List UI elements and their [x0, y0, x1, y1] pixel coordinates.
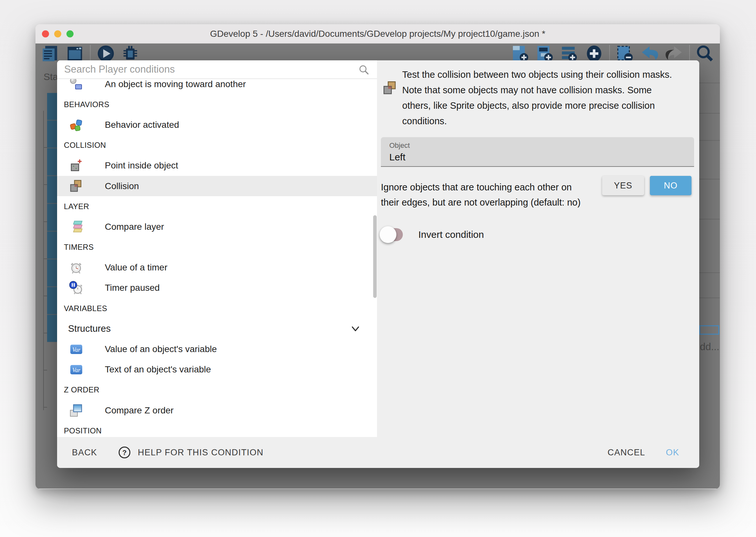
behavior-icon [69, 118, 83, 132]
var-icon: Var [69, 362, 83, 377]
events-tree-bracket [43, 111, 47, 410]
condition-description: Test the collision between two objects u… [402, 67, 672, 129]
search-toolbar-icon[interactable] [696, 44, 714, 63]
list-item-label: Text of an object's variable [105, 364, 211, 375]
search-icon [358, 63, 370, 76]
point-inside-icon [69, 158, 83, 173]
timer-paused-icon [69, 281, 83, 295]
scene-tab-label: Sta [44, 71, 58, 82]
list-item[interactable]: VarText of an object's variable [57, 359, 377, 380]
object-moving-toward-icon [69, 79, 83, 91]
list-scrollbar-thumb[interactable] [373, 215, 377, 298]
list-item-label: Z ORDER [64, 385, 99, 394]
list-item[interactable]: An object is moving toward another [57, 79, 377, 94]
add-event-truncated-text: dd... [700, 341, 719, 353]
list-item-label: LAYER [64, 202, 89, 211]
condition-list: An object is moving toward anotherBEHAVI… [57, 79, 377, 436]
help-for-condition-button[interactable]: HELP FOR THIS CONDITION [138, 448, 263, 458]
cancel-button[interactable]: CANCEL [608, 448, 645, 458]
titlebar: GDevelop 5 - /Users/david/Documents/GDev… [35, 24, 720, 44]
list-item-label: Value of an object's variable [105, 344, 217, 354]
condition-editor-dialog: An object is moving toward anotherBEHAVI… [57, 61, 699, 468]
object-field-label: Object [389, 137, 694, 150]
condition-detail-panel: Test the collision between two objects u… [377, 61, 699, 437]
back-button[interactable]: BACK [72, 448, 97, 458]
search-input[interactable] [57, 61, 347, 78]
list-category: VARIABLES [57, 298, 377, 318]
condition-list-panel: An object is moving toward anotherBEHAVI… [57, 61, 377, 437]
list-category: TIMERS [57, 237, 377, 258]
dialog-footer: BACK ? HELP FOR THIS CONDITION CANCEL OK [57, 437, 699, 468]
list-item-label: Structures [68, 323, 111, 334]
list-item-label: Compare Z order [105, 405, 173, 416]
list-item-label: An object is moving toward another [105, 79, 246, 89]
list-item[interactable]: Compare Z order [57, 400, 377, 421]
list-item-label: Compare layer [105, 222, 164, 232]
list-item[interactable]: Timer paused [57, 278, 377, 298]
list-item-label: Behavior activated [105, 120, 179, 130]
list-item-label: Collision [105, 181, 139, 191]
list-item[interactable]: Compare layer [57, 217, 377, 237]
svg-text:?: ? [123, 449, 127, 457]
compare-layer-icon [69, 220, 83, 234]
collision-icon [382, 80, 398, 96]
z-order-icon [69, 403, 83, 418]
list-item-label: VARIABLES [64, 304, 107, 313]
events-sheet-conditions-column [47, 93, 57, 342]
toolbar-separator [609, 45, 610, 62]
window-title: GDevelop 5 - /Users/david/Documents/GDev… [35, 24, 720, 44]
no-button[interactable]: NO [650, 176, 692, 195]
list-item[interactable]: Point inside object [57, 155, 377, 176]
timer-icon [69, 261, 83, 275]
toolbar-separator [90, 45, 91, 62]
list-item-label: TIMERS [64, 243, 94, 252]
list-item[interactable]: Structures [57, 318, 377, 339]
invert-condition-toggle[interactable] [382, 228, 403, 241]
list-item-label: Value of a timer [105, 262, 168, 273]
list-item[interactable]: Collision [57, 176, 377, 196]
var-icon: Var [69, 342, 83, 356]
toolbar-separator [689, 45, 690, 62]
object-field[interactable]: Object Left [381, 137, 694, 167]
list-category: LAYER [57, 196, 377, 217]
chevron-down-icon[interactable] [349, 322, 362, 336]
help-icon[interactable]: ? [118, 446, 131, 459]
list-item[interactable]: Value of a timer [57, 258, 377, 278]
list-item-label: BEHAVIORS [64, 100, 109, 109]
ok-button[interactable]: OK [666, 448, 679, 458]
collision-icon [69, 179, 83, 193]
events-sheet-right-strip: dd... [699, 66, 720, 489]
list-category: BEHAVIORS [57, 94, 377, 114]
search-bar [57, 61, 377, 79]
list-item-label: Point inside object [105, 160, 178, 171]
object-field-value: Left [389, 150, 694, 163]
list-category: COLLISION [57, 135, 377, 155]
toggle-knob [380, 226, 397, 243]
list-category: POSITION [57, 421, 377, 436]
svg-text:Var: Var [72, 367, 81, 373]
list-category: Z ORDER [57, 380, 377, 400]
list-item-label: COLLISION [64, 141, 106, 150]
list-item[interactable]: Behavior activated [57, 114, 377, 135]
invert-condition-label: Invert condition [418, 229, 484, 240]
list-item[interactable]: VarValue of an object's variable [57, 339, 377, 359]
selected-event-outline [699, 325, 719, 335]
ignore-edges-text: Ignore objects that are touching each ot… [381, 180, 581, 210]
yes-button[interactable]: YES [602, 176, 644, 195]
project-manager-icon[interactable] [41, 44, 60, 63]
list-item-label: Timer paused [105, 283, 160, 293]
list-item-label: POSITION [64, 426, 101, 435]
svg-text:Var: Var [72, 347, 81, 353]
